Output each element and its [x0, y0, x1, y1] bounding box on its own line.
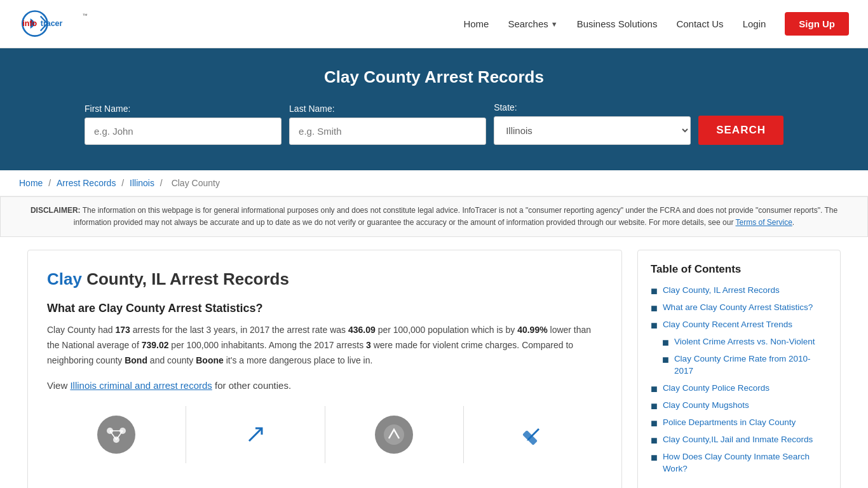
toc-bullet: ■: [651, 435, 658, 446]
toc-item: ■Clay County, IL Arrest Records: [651, 285, 827, 297]
county-bond: Bond: [125, 355, 147, 365]
icon-cell-4: [464, 406, 602, 463]
search-button[interactable]: SEARCH: [698, 116, 783, 145]
state-label: State:: [494, 102, 691, 112]
svg-point-10: [384, 424, 404, 445]
chevron-down-icon: ▼: [551, 20, 558, 28]
svg-line-8: [110, 431, 116, 440]
search-banner: Clay County Arrest Records First Name: L…: [0, 48, 868, 170]
toc-item: ■How Does Clay County Inmate Search Work…: [651, 451, 827, 475]
breadcrumb-arrest-records[interactable]: Arrest Records: [57, 178, 116, 188]
disclaimer: DISCLAIMER: The information on this webp…: [0, 196, 868, 237]
toc-bullet: ■: [662, 354, 669, 365]
toc-link-1[interactable]: What are Clay County Arrest Statistics?: [663, 302, 813, 314]
nav-home[interactable]: Home: [463, 18, 489, 29]
header: info tracer ™ Home Searches ▼ Business S…: [0, 0, 868, 48]
breadcrumb-sep-1: /: [48, 178, 53, 188]
toc-link-6[interactable]: Clay County Mugshots: [663, 400, 749, 412]
breadcrumb-sep-2: /: [121, 178, 126, 188]
toc-bullet: ■: [651, 417, 658, 429]
toc-bullet: ■: [651, 285, 658, 297]
toc-item: ■Violent Crime Arrests vs. Non-Violent: [651, 336, 827, 348]
last-name-input[interactable]: [289, 118, 486, 145]
toc-link-4[interactable]: Clay County Crime Rate from 2010-2017: [674, 353, 827, 377]
up-circle-icon: [375, 416, 413, 454]
main-nav: Home Searches ▼ Business Solutions Conta…: [463, 12, 849, 36]
disclaimer-text: The information on this webpage is for g…: [74, 206, 837, 227]
main-wrapper: Clay County, IL Arrest Records What are …: [8, 237, 860, 488]
toc-link-9[interactable]: How Does Clay County Inmate Search Work?: [663, 451, 827, 475]
national-avg: 739.02: [142, 340, 169, 350]
sidebar: Table of Contents ■Clay County, IL Arres…: [637, 250, 841, 488]
state-select[interactable]: Illinois Alabama Alaska Arizona Californ…: [494, 116, 691, 145]
toc-link-0[interactable]: Clay County, IL Arrest Records: [663, 285, 780, 297]
toc-item: ■Clay County Crime Rate from 2010-2017: [651, 353, 827, 377]
svg-text:tracer: tracer: [41, 20, 63, 29]
article-title: Clay County, IL Arrest Records: [47, 269, 602, 289]
logo[interactable]: info tracer ™: [19, 6, 121, 41]
toc-link-7[interactable]: Police Departments in Clay County: [663, 417, 796, 429]
toc-item: ■Clay County Recent Arrest Trends: [651, 319, 827, 331]
stats-paragraph: Clay County had 173 arrests for the last…: [47, 323, 602, 368]
nav-business-solutions[interactable]: Business Solutions: [577, 18, 658, 29]
toc-item: ■Police Departments in Clay County: [651, 417, 827, 429]
toc-bullet: ■: [651, 320, 658, 331]
article-title-rest: County, IL Arrest Records: [82, 269, 289, 288]
toc-bullet: ■: [651, 302, 658, 314]
breadcrumb-home[interactable]: Home: [19, 178, 43, 188]
svg-text:™: ™: [83, 13, 88, 18]
toc-list: ■Clay County, IL Arrest Records■What are…: [651, 285, 827, 475]
tos-link[interactable]: Terms of Service: [736, 218, 792, 227]
banner-title: Clay County Arrest Records: [19, 67, 849, 87]
nav-searches[interactable]: Searches ▼: [508, 18, 557, 29]
disclaimer-label: DISCLAIMER:: [31, 206, 81, 215]
toc-box: Table of Contents ■Clay County, IL Arres…: [637, 250, 841, 488]
pct-lower: 40.99%: [517, 325, 547, 335]
svg-line-9: [116, 431, 123, 440]
search-form: First Name: Last Name: State: Illinois A…: [85, 102, 783, 145]
toc-link-3[interactable]: Violent Crime Arrests vs. Non-Violent: [674, 336, 815, 348]
toc-bullet: ■: [651, 452, 658, 463]
last-name-group: Last Name:: [289, 104, 486, 145]
last-name-label: Last Name:: [289, 104, 486, 114]
first-name-label: First Name:: [85, 104, 281, 114]
illinois-records-link[interactable]: Illinois criminal and arrest records: [70, 380, 212, 391]
icon-cell-2: [186, 406, 325, 463]
toc-bullet: ■: [651, 383, 658, 395]
icon-cell-3: [325, 406, 465, 463]
article-title-highlight: Clay: [47, 269, 82, 288]
arrest-rate: 436.09: [348, 325, 376, 335]
toc-item: ■What are Clay County Arrest Statistics?: [651, 302, 827, 314]
county-boone: Boone: [196, 355, 224, 365]
breadcrumb-illinois[interactable]: Illinois: [130, 178, 154, 188]
svg-text:info: info: [22, 20, 37, 29]
nav-contact-us[interactable]: Contact Us: [676, 18, 723, 29]
toc-link-2[interactable]: Clay County Recent Arrest Trends: [663, 319, 792, 331]
toc-link-8[interactable]: Clay County,IL Jail and Inmate Records: [663, 434, 813, 446]
article: Clay County, IL Arrest Records What are …: [27, 250, 622, 488]
toc-link-5[interactable]: Clay County Police Records: [663, 383, 770, 395]
first-name-input[interactable]: [85, 118, 281, 145]
toc-bullet: ■: [662, 337, 669, 348]
state-group: State: Illinois Alabama Alaska Arizona C…: [494, 102, 691, 145]
breadcrumb-sep-3: /: [160, 178, 165, 188]
toc-item: ■Clay County,IL Jail and Inmate Records: [651, 434, 827, 446]
breadcrumb: Home / Arrest Records / Illinois / Clay …: [0, 170, 868, 196]
toc-item: ■Clay County Police Records: [651, 383, 827, 395]
breadcrumb-clay-county: Clay County: [172, 178, 220, 188]
toc-title: Table of Contents: [651, 263, 827, 276]
violent-count: 3: [366, 340, 371, 350]
arrests-count: 173: [115, 325, 130, 335]
toc-bullet: ■: [651, 400, 658, 412]
people-network-icon: [97, 416, 135, 454]
icons-row: [47, 406, 602, 463]
pencil-icon: [514, 416, 552, 454]
stats-heading: What are Clay County Arrest Statistics?: [47, 302, 602, 315]
signup-button[interactable]: Sign Up: [785, 12, 849, 36]
toc-item: ■Clay County Mugshots: [651, 400, 827, 412]
view-link-paragraph: View Illinois criminal and arrest record…: [47, 377, 602, 394]
icon-cell-1: [47, 406, 186, 463]
nav-login[interactable]: Login: [743, 18, 766, 29]
arrow-up-icon: [236, 416, 275, 454]
first-name-group: First Name:: [85, 104, 281, 145]
